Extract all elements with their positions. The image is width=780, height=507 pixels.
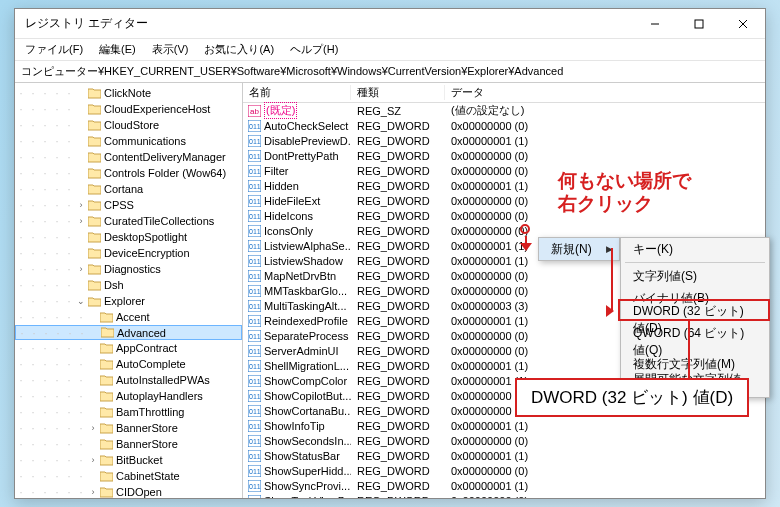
tree-item[interactable]: ·····Dsh (15, 277, 242, 293)
col-type[interactable]: 種類 (351, 85, 445, 100)
tree-item-label: Dsh (104, 279, 124, 291)
value-row[interactable]: 011DontPrettyPathREG_DWORD0x00000000 (0) (243, 148, 765, 163)
expand-icon[interactable]: › (75, 200, 87, 210)
tree-item[interactable]: ·····ClickNote (15, 85, 242, 101)
value-type: REG_DWORD (351, 315, 445, 327)
col-name[interactable]: 名前 (243, 85, 351, 100)
value-row[interactable]: 011ShowSecondsIn...REG_DWORD0x00000000 (… (243, 433, 765, 448)
expand-icon[interactable]: › (75, 216, 87, 226)
tree-item[interactable]: ·····Cortana (15, 181, 242, 197)
expand-icon[interactable]: ⌄ (75, 296, 87, 306)
svg-text:011: 011 (249, 183, 261, 190)
value-row[interactable]: 011IconsOnlyREG_DWORD0x00000000 (0) (243, 223, 765, 238)
ctx-new[interactable]: 新規(N) ▶ (539, 238, 619, 260)
tree-item[interactable]: ······AppContract (15, 340, 242, 356)
value-data: 0x00000001 (1) (445, 135, 765, 147)
folder-icon (87, 151, 101, 163)
tree-item-label: Explorer (104, 295, 145, 307)
value-row[interactable]: 011ShowInfoTipREG_DWORD0x00000001 (1) (243, 418, 765, 433)
menu-file[interactable]: ファイル(F) (21, 40, 87, 59)
close-button[interactable] (721, 9, 765, 39)
tree-item[interactable]: ·····›CPSS (15, 197, 242, 213)
tree-item[interactable]: ·····CloudExperienceHost (15, 101, 242, 117)
value-name: AutoCheckSelect (264, 120, 348, 132)
value-type: REG_DWORD (351, 240, 445, 252)
annotation-dword-label: DWORD (32 ビット) 値(D) (515, 378, 749, 417)
context-menu-1: 新規(N) ▶ (538, 237, 620, 261)
folder-icon (99, 342, 113, 354)
tree-item[interactable]: ·····Communications (15, 133, 242, 149)
tree-item[interactable]: ······›BitBucket (15, 452, 242, 468)
ctx-qword64[interactable]: QWORD (64 ビット) 値(Q) (621, 331, 769, 353)
folder-icon (99, 358, 113, 370)
folder-icon (99, 486, 113, 498)
value-row[interactable]: ab(既定)REG_SZ(値の設定なし) (243, 103, 765, 118)
dword-value-icon: 011 (247, 420, 261, 432)
tree-item-label: CuratedTileCollections (104, 215, 214, 227)
address-bar[interactable]: コンピューター¥HKEY_CURRENT_USER¥Software¥Micro… (15, 61, 765, 83)
dword-value-icon: 011 (247, 270, 261, 282)
value-row[interactable]: 011ShowTaskViewB...REG_DWORD0x00000000 (… (243, 493, 765, 498)
svg-text:011: 011 (249, 408, 261, 415)
svg-text:011: 011 (249, 228, 261, 235)
annotation-line-3 (688, 321, 690, 379)
dword-value-icon: 011 (247, 150, 261, 162)
string-value-icon: ab (247, 105, 261, 117)
menu-help[interactable]: ヘルプ(H) (286, 40, 342, 59)
svg-text:011: 011 (249, 333, 261, 340)
col-data[interactable]: データ (445, 85, 765, 100)
tree-item-label: ContentDeliveryManager (104, 151, 226, 163)
value-row[interactable]: 011ShowStatusBarREG_DWORD0x00000001 (1) (243, 448, 765, 463)
tree-item[interactable]: ·····›Diagnostics (15, 261, 242, 277)
tree-item[interactable]: ·····Controls Folder (Wow64) (15, 165, 242, 181)
tree-item[interactable]: ······Advanced (15, 325, 242, 340)
dword-value-icon: 011 (247, 465, 261, 477)
tree-item[interactable]: ·····DeviceEncryption (15, 245, 242, 261)
tree-item[interactable]: ······›CIDOpen (15, 484, 242, 498)
ctx-key[interactable]: キー(K) (621, 238, 769, 260)
maximize-button[interactable] (677, 9, 721, 39)
value-type: REG_DWORD (351, 390, 445, 402)
value-data: 0x00000000 (0) (445, 225, 765, 237)
tree-item[interactable]: ······Accent (15, 309, 242, 325)
tree-item[interactable]: ······AutoInstalledPWAs (15, 372, 242, 388)
value-type: REG_DWORD (351, 270, 445, 282)
value-type: REG_SZ (351, 105, 445, 117)
expand-icon[interactable]: › (87, 455, 99, 465)
tree-item[interactable]: ·····CloudStore (15, 117, 242, 133)
tree-item[interactable]: ······›BannerStore (15, 420, 242, 436)
dword-value-icon: 011 (247, 450, 261, 462)
expand-icon[interactable]: › (87, 423, 99, 433)
tree-item[interactable]: ······BannerStore (15, 436, 242, 452)
menu-edit[interactable]: 編集(E) (95, 40, 140, 59)
tree-item[interactable]: ·····DesktopSpotlight (15, 229, 242, 245)
tree-item[interactable]: ······CabinetState (15, 468, 242, 484)
tree-item[interactable]: ·····›CuratedTileCollections (15, 213, 242, 229)
folder-icon (100, 327, 114, 339)
value-row[interactable]: 011ShowSuperHidd...REG_DWORD0x00000000 (… (243, 463, 765, 478)
tree-item[interactable]: ······BamThrottling (15, 404, 242, 420)
expand-icon[interactable]: › (87, 487, 99, 497)
menu-view[interactable]: 表示(V) (148, 40, 193, 59)
expand-icon[interactable]: › (75, 264, 87, 274)
value-data: (値の設定なし) (445, 103, 765, 118)
tree-item[interactable]: ·····ContentDeliveryManager (15, 149, 242, 165)
minimize-button[interactable] (633, 9, 677, 39)
ctx-string[interactable]: 文字列値(S) (621, 265, 769, 287)
menu-favorites[interactable]: お気に入り(A) (200, 40, 278, 59)
tree-item-label: BannerStore (116, 422, 178, 434)
value-row[interactable]: 011DisablePreviewD...REG_DWORD0x00000001… (243, 133, 765, 148)
folder-icon (87, 167, 101, 179)
tree-pane[interactable]: ·····ClickNote·····CloudExperienceHost··… (15, 83, 243, 498)
tree-item[interactable]: ······AutoplayHandlers (15, 388, 242, 404)
window-buttons (633, 9, 765, 39)
value-row[interactable]: 011ShowSyncProvi...REG_DWORD0x00000001 (… (243, 478, 765, 493)
folder-icon (99, 374, 113, 386)
value-row[interactable]: 011AutoCheckSelectREG_DWORD0x00000000 (0… (243, 118, 765, 133)
value-name: Hidden (264, 180, 299, 192)
value-type: REG_DWORD (351, 120, 445, 132)
folder-icon (99, 311, 113, 323)
tree-item[interactable]: ······AutoComplete (15, 356, 242, 372)
tree-item[interactable]: ·····⌄Explorer (15, 293, 242, 309)
tree-item-label: AppContract (116, 342, 177, 354)
